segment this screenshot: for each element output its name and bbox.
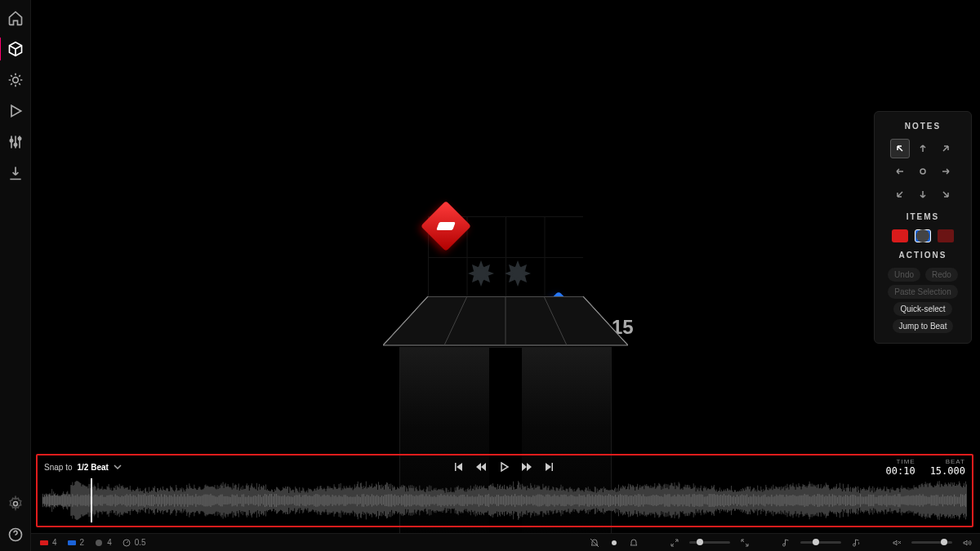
- item-red-block[interactable]: [892, 229, 908, 242]
- playhead[interactable]: [91, 478, 92, 522]
- bell-icon[interactable]: [629, 538, 639, 548]
- gear-icon[interactable]: [7, 495, 24, 512]
- redo-button[interactable]: Redo: [925, 268, 958, 282]
- volume-high-icon: [962, 538, 972, 548]
- svg-point-19: [612, 540, 617, 545]
- svg-point-17: [96, 540, 102, 546]
- svg-rect-16: [68, 540, 76, 545]
- svg-point-2: [14, 144, 16, 146]
- item-bomb[interactable]: [916, 229, 929, 242]
- arrow-dot[interactable]: [913, 162, 933, 181]
- arrow-left[interactable]: [890, 162, 910, 181]
- blue-count-stat: 2: [67, 538, 85, 548]
- skip-start-button[interactable]: [452, 461, 464, 473]
- arrow-up-right[interactable]: [936, 139, 956, 158]
- items-section-title: ITEMS: [881, 212, 964, 221]
- bomb-note[interactable]: [465, 257, 497, 290]
- notes-section-title: NOTES: [881, 122, 964, 131]
- time-value: 00:10: [886, 465, 915, 477]
- play-button[interactable]: [498, 461, 510, 473]
- time-label: TIME: [897, 458, 915, 465]
- timeline-panel: Snap to 1/2 Beat TIME00:10 BEAT15.000: [36, 454, 973, 527]
- blue-block-icon: [67, 538, 77, 548]
- svg-point-4: [13, 502, 17, 506]
- quick-select-button[interactable]: Quick-select: [893, 302, 951, 316]
- home-icon[interactable]: [7, 10, 24, 26]
- play-nav-icon[interactable]: [7, 103, 24, 119]
- zoom-slider[interactable]: [689, 541, 730, 544]
- red-count-stat: 4: [39, 538, 57, 548]
- notifications-off-icon[interactable]: [590, 538, 599, 548]
- gauge-icon: [122, 538, 131, 548]
- beat-value: 15.000: [930, 465, 965, 477]
- record-icon[interactable]: [609, 538, 619, 548]
- zoom-out-icon[interactable]: [740, 538, 750, 548]
- snap-dropdown[interactable]: Snap to 1/2 Beat: [44, 463, 122, 472]
- svg-point-1: [10, 140, 12, 142]
- music-note-loud-icon: [851, 538, 861, 548]
- snap-label: Snap to: [44, 463, 72, 472]
- time-readout: TIME00:10 BEAT15.000: [886, 458, 965, 477]
- mixer-icon[interactable]: [7, 134, 24, 150]
- undo-button[interactable]: Undo: [888, 268, 920, 282]
- svg-rect-15: [40, 540, 48, 545]
- editor-viewport[interactable]: 16 15: [31, 0, 980, 472]
- fast-forward-button[interactable]: [521, 461, 532, 473]
- bomb-note[interactable]: [501, 257, 534, 290]
- arrow-down-left[interactable]: [890, 184, 910, 204]
- sfx-volume-slider[interactable]: [911, 541, 952, 544]
- svg-point-0: [12, 78, 18, 83]
- arrow-up[interactable]: [913, 139, 933, 158]
- status-bar: 4 2 4 0.5: [31, 533, 980, 551]
- skip-end-button[interactable]: [544, 461, 555, 473]
- sparkle-icon[interactable]: [7, 72, 24, 88]
- arrow-up-left[interactable]: [890, 139, 910, 158]
- zoom-in-icon[interactable]: [670, 538, 679, 548]
- arrow-down[interactable]: [913, 184, 933, 204]
- volume-mute-icon[interactable]: [892, 538, 902, 548]
- paste-selection-button[interactable]: Paste Selection: [888, 285, 958, 299]
- note-direction-grid: [881, 139, 964, 204]
- svg-point-3: [18, 137, 20, 140]
- bomb-icon: [94, 538, 104, 548]
- left-sidebar: [0, 0, 31, 551]
- help-icon[interactable]: [7, 527, 24, 543]
- nps-stat: 0.5: [122, 538, 146, 548]
- actions-column: Undo Redo Paste Selection Quick-select J…: [881, 268, 964, 333]
- music-note-icon[interactable]: [781, 538, 791, 548]
- cube-icon[interactable]: [7, 41, 24, 57]
- svg-point-14: [920, 169, 925, 174]
- transport-controls: [452, 461, 555, 473]
- jump-to-beat-button[interactable]: Jump to Beat: [893, 319, 954, 333]
- rewind-button[interactable]: [475, 461, 487, 473]
- snap-value: 1/2 Beat: [77, 463, 108, 472]
- arrow-right[interactable]: [936, 162, 956, 181]
- chevron-down-icon: [114, 463, 122, 471]
- red-block-icon: [39, 538, 49, 548]
- arrow-down-right[interactable]: [936, 184, 956, 204]
- music-volume-slider[interactable]: [800, 541, 841, 544]
- right-panel: NOTES ITEMS ACTIONS Undo Redo Paste Sele…: [874, 111, 972, 344]
- beat-label: BEAT: [946, 458, 965, 465]
- waveform[interactable]: [42, 478, 967, 522]
- actions-section-title: ACTIONS: [881, 251, 964, 260]
- item-type-row: [881, 229, 964, 242]
- bomb-count-stat: 4: [94, 538, 112, 548]
- download-icon[interactable]: [7, 165, 24, 181]
- item-wall[interactable]: [938, 229, 954, 242]
